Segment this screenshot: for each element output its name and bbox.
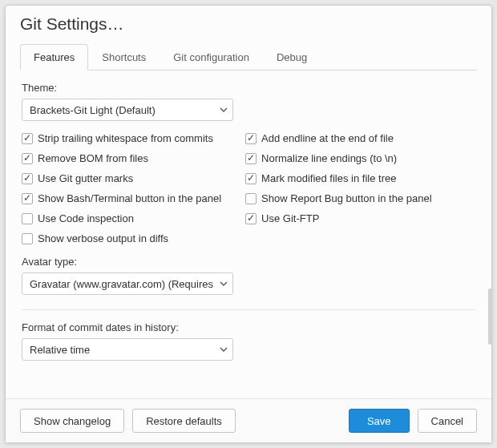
avatar-select[interactable]: Gravatar (www.gravatar.com) (Requires in… xyxy=(22,272,233,295)
save-button[interactable]: Save xyxy=(349,409,410,433)
dateformat-select[interactable]: Relative time xyxy=(22,338,233,361)
show-changelog-button[interactable]: Show changelog xyxy=(20,409,124,433)
checkbox-icon[interactable] xyxy=(245,173,257,184)
checkbox-icon[interactable] xyxy=(245,193,257,204)
checkbox-icon[interactable] xyxy=(245,133,257,144)
checkbox-icon[interactable] xyxy=(22,153,33,164)
dateformat-select-value: Relative time xyxy=(30,344,90,356)
checkbox-label: Mark modified files in file tree xyxy=(261,172,396,184)
checkbox-label: Normalize line endings (to \n) xyxy=(261,152,397,164)
tab-debug[interactable]: Debug xyxy=(263,44,321,71)
checkbox-label: Use Git gutter marks xyxy=(38,172,133,184)
cancel-button[interactable]: Cancel xyxy=(418,409,477,433)
checkbox-label: Use Git-FTP xyxy=(261,212,319,224)
checkbox-label: Strip trailing whitespace from commits xyxy=(38,132,213,144)
tab-shortcuts[interactable]: Shortcuts xyxy=(88,44,160,71)
scrollbar-thumb[interactable] xyxy=(488,289,492,345)
avatar-select-value: Gravatar (www.gravatar.com) (Requires in… xyxy=(30,278,215,290)
checkbox-label: Show verbose output in diffs xyxy=(38,232,168,244)
restore-defaults-button[interactable]: Restore defaults xyxy=(132,409,236,433)
divider xyxy=(22,309,475,310)
checkbox-row[interactable]: Add endline at the end of file xyxy=(245,132,431,144)
git-settings-dialog: Git Settings… Features Shortcuts Git con… xyxy=(5,5,492,443)
avatar-label: Avatar type: xyxy=(22,256,475,268)
checkbox-row[interactable]: Use Code inspection xyxy=(22,212,221,224)
checkbox-row[interactable]: Normalize line endings (to \n) xyxy=(245,152,431,164)
tab-git-configuration[interactable]: Git configuration xyxy=(160,44,263,71)
chevron-down-icon xyxy=(220,345,228,353)
checkbox-icon[interactable] xyxy=(22,233,33,244)
checkbox-grid: Strip trailing whitespace from commitsRe… xyxy=(22,132,475,244)
checkbox-label: Show Bash/Terminal button in the panel xyxy=(38,192,221,204)
checkbox-row[interactable]: Remove BOM from files xyxy=(22,152,221,164)
tabs-bar: Features Shortcuts Git configuration Deb… xyxy=(20,43,477,71)
checkbox-row[interactable]: Strip trailing whitespace from commits xyxy=(22,132,221,144)
checkbox-row[interactable]: Use Git-FTP xyxy=(245,212,431,224)
checkbox-icon[interactable] xyxy=(245,153,257,164)
checkbox-label: Remove BOM from files xyxy=(38,152,148,164)
chevron-down-icon xyxy=(220,280,228,288)
theme-label: Theme: xyxy=(22,82,475,94)
dialog-title: Git Settings… xyxy=(6,6,491,38)
checkbox-icon[interactable] xyxy=(245,213,257,224)
checkbox-row[interactable]: Show verbose output in diffs xyxy=(22,232,221,244)
checkbox-row[interactable]: Mark modified files in file tree xyxy=(245,172,431,184)
checkbox-icon[interactable] xyxy=(22,133,33,144)
dateformat-label: Format of commit dates in history: xyxy=(22,321,475,333)
checkbox-icon[interactable] xyxy=(22,213,33,224)
checkbox-row[interactable]: Use Git gutter marks xyxy=(22,172,221,184)
checkbox-row[interactable]: Show Report Bug button in the panel xyxy=(245,192,431,204)
checkbox-label: Add endline at the end of file xyxy=(261,132,394,144)
checkbox-row[interactable]: Show Bash/Terminal button in the panel xyxy=(22,192,221,204)
checkbox-label: Show Report Bug button in the panel xyxy=(261,192,431,204)
chevron-down-icon xyxy=(220,106,228,114)
dialog-content: Features Shortcuts Git configuration Deb… xyxy=(6,38,491,398)
features-panel: Theme: Brackets-Git Light (Default) Stri… xyxy=(20,71,477,361)
checkbox-label: Use Code inspection xyxy=(38,212,134,224)
checkbox-icon[interactable] xyxy=(22,173,33,184)
tab-features[interactable]: Features xyxy=(20,44,88,71)
dialog-footer: Show changelog Restore defaults Save Can… xyxy=(6,398,491,442)
theme-select-value: Brackets-Git Light (Default) xyxy=(30,104,156,116)
checkbox-icon[interactable] xyxy=(22,193,33,204)
theme-select[interactable]: Brackets-Git Light (Default) xyxy=(22,99,233,121)
